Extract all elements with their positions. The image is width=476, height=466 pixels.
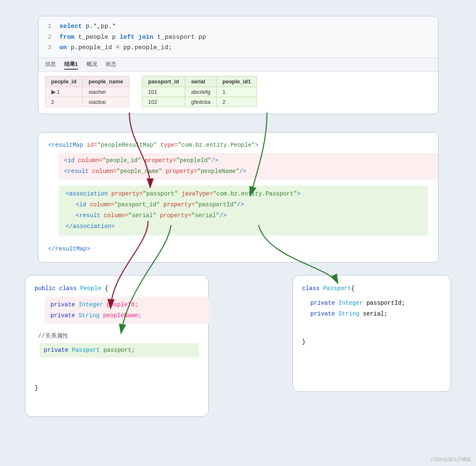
resultmap-outer-open: <resultMap id="peopleResultMap" type="co… (48, 140, 428, 151)
class-header-people: public class People { (35, 283, 199, 294)
sql-code-area: 1 select p.*,pp.* 2 from t_people p left… (38, 16, 438, 58)
xml-assoc-result: <result column="serial" property="serial… (76, 210, 421, 221)
sql-from: from (60, 34, 75, 41)
resultmap-outer-close: </resultMap> (48, 244, 428, 255)
row-indicator: ▶ 1 (45, 87, 83, 97)
cell-passport-id: 102 (142, 97, 185, 107)
cell-name: xiaohei (83, 87, 129, 97)
col-serial: serial (185, 76, 216, 87)
left-result-table: people_id people_name ▶ 1 xiaohei 2 xiao… (45, 76, 130, 107)
tabs-bar: 信息 结果1 概况 状态 (38, 58, 438, 72)
spacer (48, 239, 428, 244)
table-row: 102 gfedcba 2 (142, 97, 257, 107)
tab-result1[interactable]: 结果1 (64, 60, 78, 70)
comment-relation: //关系属性 (38, 331, 199, 342)
right-result-table: passport_id serial people_id1 101 abcdef… (142, 76, 257, 107)
result-table-area: people_id people_name ▶ 1 xiaohei 2 xiao… (38, 72, 438, 114)
table-row: 101 abcdefg 1 (142, 87, 257, 97)
cell-name: xiaobai (83, 97, 129, 107)
sql-join: join (139, 34, 154, 41)
col-people-id: people_id (45, 76, 83, 87)
line-num-2: 2 (43, 32, 52, 43)
cell-id: 2 (45, 97, 83, 107)
line-num-3: 3 (43, 43, 52, 53)
tab-status[interactable]: 状态 (106, 60, 116, 70)
col-people-name: people_name (83, 76, 129, 87)
cell-passport-id: 101 (142, 87, 185, 97)
xml-association-open: <association property="passport" javaTyp… (66, 189, 421, 200)
class-header-passport: class Passport{ (302, 283, 441, 294)
sql-line-1: 1 select p.*,pp.* (43, 21, 430, 32)
sql-on: on (60, 44, 67, 51)
tab-info[interactable]: 信息 (45, 60, 56, 70)
field-people-id: private Integer peopleId; (50, 299, 203, 311)
field-people-name: private String peopleName; (50, 310, 203, 321)
pink-xml-block: <id column="people_id" property="peopleI… (58, 153, 438, 180)
field-serial: private String serial; (310, 308, 441, 320)
class-close-people: } (35, 383, 199, 394)
col-passport-id: passport_id (142, 76, 185, 87)
sql-select: select (60, 23, 82, 30)
field-passport: private Passport passport; (40, 343, 199, 358)
xml-id-line: <id column="people_id" property="peopleI… (64, 155, 432, 166)
line-num-1: 1 (43, 21, 52, 32)
sql-line-3: 3 on p.people_id = pp.people_id; (43, 43, 430, 53)
table-row: 2 xiaobai (45, 97, 129, 107)
tab-overview[interactable]: 概况 (86, 60, 97, 70)
pink-fields-block: private Integer peopleId; private String… (45, 297, 209, 324)
cell-serial: abcdefg (185, 87, 216, 97)
xml-assoc-id: <id column="passport_id" property="passp… (76, 200, 421, 210)
xml-association-close: </association> (66, 221, 421, 232)
class-close-passport: } (302, 336, 441, 348)
sql-line-2: 2 from t_people p left join t_passport p… (43, 32, 430, 43)
top-box: 1 select p.*,pp.* 2 from t_people p left… (38, 16, 438, 114)
field-passport-id: private Integer passportId; (310, 298, 441, 309)
passport-fields: private Integer passportId; private Stri… (310, 298, 441, 320)
sql-left: left (120, 34, 135, 41)
xml-result-line: <result column="people_name" property="p… (64, 166, 432, 177)
cell-serial: gfedcba (185, 97, 216, 107)
watermark: CSDN@斑马不睡眠 (431, 456, 471, 463)
bottom-right-box: class Passport{ private Integer passport… (292, 275, 451, 392)
table-row: ▶ 1 xiaohei (45, 87, 129, 97)
middle-box: <resultMap id="peopleResultMap" type="co… (38, 132, 438, 263)
bottom-left-box: public class People { private Integer pe… (25, 275, 209, 417)
main-container: 1 select p.*,pp.* 2 from t_people p left… (0, 0, 476, 466)
col-people-id1: people_id1 (217, 76, 257, 87)
cell-people-id1: 1 (217, 87, 257, 97)
cell-people-id1: 2 (217, 97, 257, 107)
green-xml-block: <association property="passport" javaTyp… (58, 185, 428, 236)
